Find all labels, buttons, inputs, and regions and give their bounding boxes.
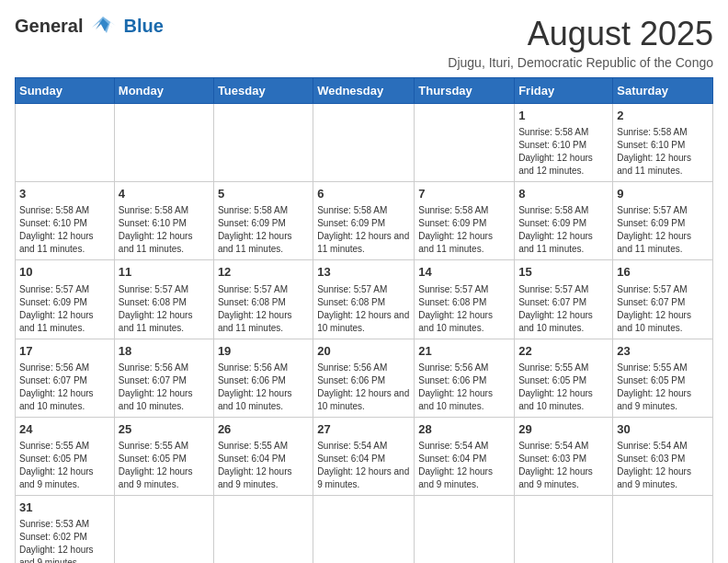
- calendar-week-1: 1Sunrise: 5:58 AM Sunset: 6:10 PM Daylig…: [16, 104, 713, 182]
- day-number: 17: [19, 343, 110, 360]
- calendar-cell: 5Sunrise: 5:58 AM Sunset: 6:09 PM Daylig…: [213, 182, 313, 260]
- calendar-cell: 14Sunrise: 5:57 AM Sunset: 6:08 PM Dayli…: [415, 260, 515, 339]
- day-number: 21: [418, 343, 510, 360]
- day-number: 28: [418, 421, 510, 438]
- day-number: 31: [19, 500, 110, 516]
- day-number: 26: [218, 421, 309, 438]
- col-header-monday: Monday: [114, 78, 213, 104]
- calendar-cell: 21Sunrise: 5:56 AM Sunset: 6:06 PM Dayli…: [415, 339, 515, 417]
- day-info: Sunrise: 5:58 AM Sunset: 6:09 PM Dayligh…: [317, 204, 410, 256]
- svg-marker-1: [92, 17, 116, 33]
- calendar-week-6: 31Sunrise: 5:53 AM Sunset: 6:02 PM Dayli…: [16, 495, 713, 563]
- day-info: Sunrise: 5:57 AM Sunset: 6:08 PM Dayligh…: [418, 283, 510, 335]
- day-info: Sunrise: 5:55 AM Sunset: 6:05 PM Dayligh…: [19, 440, 110, 491]
- day-number: 6: [317, 186, 410, 202]
- day-number: 19: [218, 343, 309, 360]
- calendar-cell: 7Sunrise: 5:58 AM Sunset: 6:09 PM Daylig…: [415, 182, 515, 260]
- col-header-thursday: Thursday: [415, 78, 515, 104]
- day-info: Sunrise: 5:54 AM Sunset: 6:04 PM Dayligh…: [418, 440, 510, 491]
- day-number: 25: [119, 421, 210, 438]
- day-number: 23: [617, 343, 709, 360]
- calendar-cell: [313, 104, 415, 182]
- day-number: 27: [317, 421, 410, 438]
- calendar-cell: 23Sunrise: 5:55 AM Sunset: 6:05 PM Dayli…: [613, 339, 713, 417]
- day-info: Sunrise: 5:57 AM Sunset: 6:08 PM Dayligh…: [218, 283, 309, 335]
- day-number: 3: [19, 186, 110, 202]
- calendar-cell: 25Sunrise: 5:55 AM Sunset: 6:05 PM Dayli…: [114, 417, 213, 495]
- day-number: 11: [119, 264, 210, 281]
- calendar-cell: 18Sunrise: 5:56 AM Sunset: 6:07 PM Dayli…: [114, 339, 213, 417]
- day-info: Sunrise: 5:58 AM Sunset: 6:10 PM Dayligh…: [19, 204, 110, 256]
- logo: General Blue: [15, 15, 164, 37]
- col-header-tuesday: Tuesday: [213, 78, 313, 104]
- day-number: 14: [418, 264, 510, 281]
- calendar-cell: 26Sunrise: 5:55 AM Sunset: 6:04 PM Dayli…: [213, 417, 313, 495]
- calendar-cell: 9Sunrise: 5:57 AM Sunset: 6:09 PM Daylig…: [613, 182, 713, 260]
- day-info: Sunrise: 5:58 AM Sunset: 6:09 PM Dayligh…: [518, 204, 609, 256]
- calendar-week-3: 10Sunrise: 5:57 AM Sunset: 6:09 PM Dayli…: [16, 260, 713, 339]
- calendar-cell: 30Sunrise: 5:54 AM Sunset: 6:03 PM Dayli…: [613, 417, 713, 495]
- calendar-week-2: 3Sunrise: 5:58 AM Sunset: 6:10 PM Daylig…: [16, 182, 713, 260]
- logo-general-text: General: [15, 16, 83, 37]
- day-number: 8: [518, 186, 609, 202]
- calendar-cell: 10Sunrise: 5:57 AM Sunset: 6:09 PM Dayli…: [16, 260, 115, 339]
- calendar-cell: 4Sunrise: 5:58 AM Sunset: 6:10 PM Daylig…: [114, 182, 213, 260]
- calendar-cell: [415, 104, 515, 182]
- calendar-cell: [16, 104, 115, 182]
- calendar-cell: 16Sunrise: 5:57 AM Sunset: 6:07 PM Dayli…: [613, 260, 713, 339]
- day-info: Sunrise: 5:56 AM Sunset: 6:06 PM Dayligh…: [317, 362, 410, 413]
- day-info: Sunrise: 5:53 AM Sunset: 6:02 PM Dayligh…: [19, 518, 110, 563]
- calendar-week-4: 17Sunrise: 5:56 AM Sunset: 6:07 PM Dayli…: [16, 339, 713, 417]
- calendar-cell: [415, 495, 515, 563]
- day-number: 13: [317, 264, 410, 281]
- calendar-cell: 13Sunrise: 5:57 AM Sunset: 6:08 PM Dayli…: [313, 260, 415, 339]
- calendar-cell: 12Sunrise: 5:57 AM Sunset: 6:08 PM Dayli…: [213, 260, 313, 339]
- calendar-cell: 29Sunrise: 5:54 AM Sunset: 6:03 PM Dayli…: [515, 417, 613, 495]
- calendar-cell: [213, 104, 313, 182]
- day-info: Sunrise: 5:57 AM Sunset: 6:09 PM Dayligh…: [617, 204, 709, 256]
- calendar-table: SundayMondayTuesdayWednesdayThursdayFrid…: [15, 77, 713, 563]
- day-info: Sunrise: 5:56 AM Sunset: 6:07 PM Dayligh…: [19, 362, 110, 413]
- col-header-saturday: Saturday: [613, 78, 713, 104]
- day-number: 22: [518, 343, 609, 360]
- day-info: Sunrise: 5:55 AM Sunset: 6:05 PM Dayligh…: [518, 362, 609, 413]
- calendar-cell: 11Sunrise: 5:57 AM Sunset: 6:08 PM Dayli…: [114, 260, 213, 339]
- day-info: Sunrise: 5:57 AM Sunset: 6:08 PM Dayligh…: [119, 283, 210, 335]
- calendar-cell: 2Sunrise: 5:58 AM Sunset: 6:10 PM Daylig…: [613, 104, 713, 182]
- day-info: Sunrise: 5:58 AM Sunset: 6:09 PM Dayligh…: [218, 204, 309, 256]
- day-info: Sunrise: 5:54 AM Sunset: 6:03 PM Dayligh…: [617, 440, 709, 491]
- title-area: August 2025 Djugu, Ituri, Democratic Rep…: [448, 15, 713, 70]
- calendar-cell: 31Sunrise: 5:53 AM Sunset: 6:02 PM Dayli…: [16, 495, 115, 563]
- col-header-sunday: Sunday: [16, 78, 115, 104]
- day-number: 1: [518, 108, 609, 124]
- calendar-cell: [114, 104, 213, 182]
- day-info: Sunrise: 5:57 AM Sunset: 6:07 PM Dayligh…: [617, 283, 709, 335]
- day-number: 18: [119, 343, 210, 360]
- calendar-cell: 24Sunrise: 5:55 AM Sunset: 6:05 PM Dayli…: [16, 417, 115, 495]
- col-header-friday: Friday: [515, 78, 613, 104]
- calendar-cell: 27Sunrise: 5:54 AM Sunset: 6:04 PM Dayli…: [313, 417, 415, 495]
- day-info: Sunrise: 5:58 AM Sunset: 6:09 PM Dayligh…: [418, 204, 510, 256]
- page-header: General Blue August 2025 Djugu, Ituri, D…: [15, 15, 713, 70]
- day-number: 5: [218, 186, 309, 202]
- calendar-cell: 22Sunrise: 5:55 AM Sunset: 6:05 PM Dayli…: [515, 339, 613, 417]
- calendar-cell: 19Sunrise: 5:56 AM Sunset: 6:06 PM Dayli…: [213, 339, 313, 417]
- calendar-cell: 3Sunrise: 5:58 AM Sunset: 6:10 PM Daylig…: [16, 182, 115, 260]
- calendar-cell: [114, 495, 213, 563]
- day-number: 20: [317, 343, 410, 360]
- calendar-cell: [213, 495, 313, 563]
- calendar-cell: [613, 495, 713, 563]
- day-number: 16: [617, 264, 709, 281]
- logo-blue-text: Blue: [123, 16, 163, 37]
- main-title: August 2025: [448, 15, 713, 53]
- calendar-cell: 20Sunrise: 5:56 AM Sunset: 6:06 PM Dayli…: [313, 339, 415, 417]
- day-number: 10: [19, 264, 110, 281]
- day-info: Sunrise: 5:56 AM Sunset: 6:07 PM Dayligh…: [119, 362, 210, 413]
- calendar-cell: 28Sunrise: 5:54 AM Sunset: 6:04 PM Dayli…: [415, 417, 515, 495]
- calendar-week-5: 24Sunrise: 5:55 AM Sunset: 6:05 PM Dayli…: [16, 417, 713, 495]
- day-info: Sunrise: 5:57 AM Sunset: 6:07 PM Dayligh…: [518, 283, 609, 335]
- day-number: 2: [617, 108, 709, 124]
- calendar-header-row: SundayMondayTuesdayWednesdayThursdayFrid…: [16, 78, 713, 104]
- day-number: 30: [617, 421, 709, 438]
- calendar-cell: 6Sunrise: 5:58 AM Sunset: 6:09 PM Daylig…: [313, 182, 415, 260]
